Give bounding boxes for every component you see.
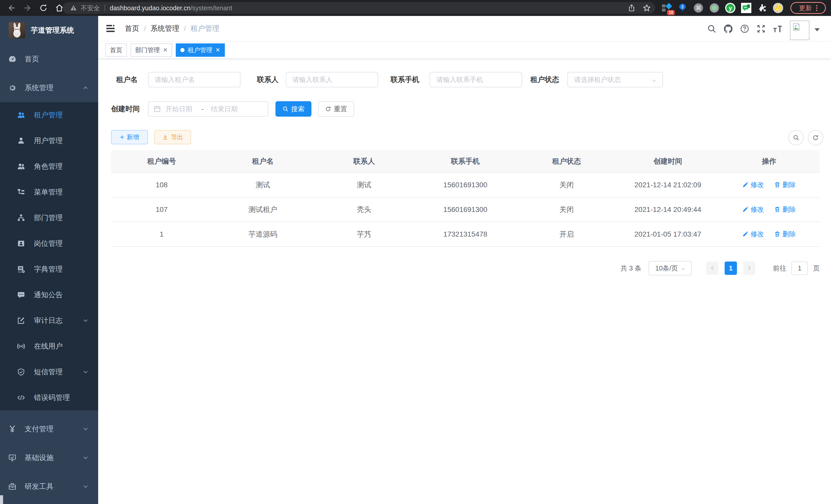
edit-link[interactable]: 修改 [742,180,764,189]
sidebar-item-home[interactable]: 首页 [0,45,98,73]
logo-image [9,22,25,38]
edit-link[interactable]: 修改 [742,205,764,214]
security-label[interactable]: 不安全 [81,4,100,12]
contact-label: 联系人 [252,72,279,87]
reset-button[interactable]: 重置 [318,101,354,117]
close-icon[interactable]: ✕ [163,47,168,53]
delete-link[interactable]: 删除 [774,205,796,214]
trash-icon [774,206,780,212]
pagination: 共 3 条 10条/页 1 前往 1 页 [621,261,820,275]
browser-back-button[interactable] [4,0,20,16]
search-icon[interactable] [704,16,720,41]
sidebar-item-post[interactable]: 岗位管理 [0,231,98,256]
bookmark-star-icon[interactable] [642,4,651,12]
add-button[interactable]: + 新增 [111,130,148,144]
extension-y-icon[interactable]: y [725,3,736,13]
sidebar-item-tenant[interactable]: 租户管理 [0,102,98,128]
avatar-caret-icon[interactable] [814,28,820,31]
url-host: dashboard.yudao.iocoder.cn [110,4,191,12]
col-actions: 操作 [718,150,820,173]
browser-menu-icon[interactable] [816,5,818,11]
next-page-button[interactable] [743,262,755,275]
share-icon[interactable] [628,4,636,12]
tag-tenant[interactable]: 租户管理✕ [176,43,225,57]
collapse-sidebar-icon[interactable] [105,23,116,34]
refresh-table-button[interactable] [808,130,823,145]
search-icon [793,135,799,141]
phone-label: 联系手机 [378,72,419,87]
extension-emoji-icon[interactable] [773,3,783,13]
extension-chat-icon[interactable] [741,3,751,13]
extension-tampermonkey-icon[interactable]: 10 [661,3,672,13]
chevron-down-icon [83,484,88,490]
tenant-name-input[interactable]: 请输入租户名 [148,72,240,87]
browser-forward-button[interactable] [20,0,35,16]
close-icon[interactable]: ✕ [215,47,220,53]
users-icon [17,111,25,119]
chevron-right-icon [746,265,752,271]
date-range-input[interactable]: 开始日期 - 结束日期 [148,101,268,117]
contact-input[interactable]: 请输入联系人 [286,72,378,87]
sidebar-item-online-user[interactable]: 在线用户 [0,333,98,359]
sidebar-item-menu[interactable]: 菜单管理 [0,179,98,205]
sidebar-item-user[interactable]: 用户管理 [0,128,98,154]
sidebar-item-system[interactable]: 系统管理 [0,73,98,102]
sidebar-item-notice[interactable]: 通知公告 [0,282,98,308]
fullscreen-icon[interactable] [753,16,769,41]
sidebar-submenu-system: 租户管理 用户管理 角色管理 菜单管理 部门管理 岗位管理 [0,102,98,411]
edit-icon [742,182,748,188]
extension-puzzle-icon[interactable] [757,3,767,13]
date-start-placeholder[interactable]: 开始日期 [166,105,201,114]
export-button[interactable]: 导出 [154,130,191,144]
goto-page-input[interactable]: 1 [792,262,808,275]
browser-update-button[interactable]: 更新 [791,2,826,14]
sidebar-item-dept[interactable]: 部门管理 [0,205,98,231]
github-icon[interactable] [720,16,737,41]
svg-text:⌘: ⌘ [695,5,701,11]
sidebar-item-role[interactable]: 角色管理 [0,154,98,179]
font-size-icon[interactable] [769,16,786,41]
extension-green-dot-icon[interactable] [709,3,719,13]
tag-home[interactable]: 首页 [105,43,127,57]
tag-dept[interactable]: 部门管理✕ [131,43,172,57]
avatar[interactable] [790,21,809,40]
sidebar-item-dict[interactable]: 字典管理 [0,256,98,282]
edit-link[interactable]: 修改 [742,230,764,239]
chevron-down-icon [83,318,88,323]
extension-badge: 10 [667,10,675,15]
sidebar-item-devtools[interactable]: 研发工具 [0,472,98,501]
sidebar-item-payment[interactable]: 支付管理 [0,415,98,443]
current-page[interactable]: 1 [725,262,737,275]
chevron-down-icon [652,78,657,83]
toggle-search-button[interactable] [789,130,804,145]
phone-input[interactable]: 请输入联系手机 [430,72,522,87]
sidebar-item-infra[interactable]: 基础设施 [0,443,98,472]
status-select[interactable]: 请选择租户状态 [567,72,663,87]
sidebar-item-error-code[interactable]: 错误码管理 [0,385,98,411]
extension-balloon-icon[interactable] [677,3,688,13]
table-header-row: 租户编号 租户名 联系人 联系手机 租户状态 创建时间 操作 [111,150,820,173]
page-size-select[interactable]: 10条/页 [649,261,692,275]
message-icon [17,291,25,299]
toolbox-icon [8,482,17,491]
search-button[interactable]: 搜索 [276,101,311,117]
extension-command-icon[interactable]: ⌘ [693,3,704,13]
breadcrumb-system[interactable]: 系统管理 [150,24,179,33]
sidebar-scrollbar[interactable] [0,495,3,504]
help-icon[interactable] [737,16,753,41]
table-row: 1 芋道源码 芋艿 17321315478 开启 2021-01-05 17:0… [111,222,820,246]
date-end-placeholder[interactable]: 结束日期 [211,105,238,114]
sidebar-item-audit-log[interactable]: 审计日志 [0,308,98,333]
gear-icon [8,84,17,92]
trash-icon [774,182,780,188]
app-logo[interactable]: 芋道管理系统 [0,16,98,45]
address-bar[interactable]: 不安全 dashboard.yudao.iocoder.cn/system/te… [63,2,655,14]
delete-link[interactable]: 删除 [774,230,796,239]
breadcrumb-home[interactable]: 首页 [125,24,139,33]
col-contact: 联系人 [314,150,415,173]
sidebar-item-sms[interactable]: 短信管理 [0,359,98,385]
prev-page-button[interactable] [706,262,718,275]
browser-reload-button[interactable] [35,0,51,16]
delete-link[interactable]: 删除 [774,180,796,189]
chevron-down-icon [681,267,686,271]
